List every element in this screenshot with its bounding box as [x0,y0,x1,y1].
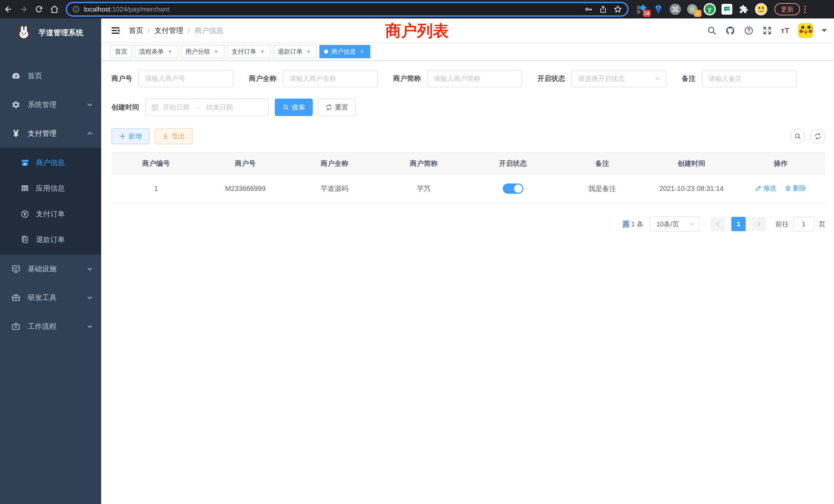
fullscreen-icon[interactable] [762,26,772,36]
extension-command-icon[interactable] [670,4,681,15]
merchant-no-input[interactable] [138,70,234,87]
extension-blue-diamond-icon[interactable]: 10 [636,4,647,15]
extension-chat-icon[interactable] [722,4,732,15]
toolbox-icon [11,293,21,302]
col-merchant-no: 商户号 [201,153,290,174]
site-info-icon[interactable] [72,5,80,13]
prev-page-button[interactable] [711,217,725,231]
share-icon[interactable] [599,5,607,13]
breadcrumb-payment[interactable]: 支付管理 [155,26,183,36]
app-window: 芋道管理系统 首页 系统管理 ¥ 支付管理 [0,19,834,504]
sidebar-item-dev-tools[interactable]: 研发工具 [0,283,101,312]
browser-menu-icon[interactable] [804,6,806,13]
status-select[interactable]: 请选择开启状态 [571,70,666,87]
sidebar-item-payment[interactable]: ¥ 支付管理 [0,119,101,148]
sidebar-item-system[interactable]: 系统管理 [0,90,101,119]
close-icon[interactable]: × [167,48,174,55]
show-search-toggle-button[interactable] [790,129,805,144]
short-name-label: 商户简称 [393,74,421,83]
tab-home[interactable]: 首页 [110,45,132,58]
documents-icon [21,235,29,244]
sidebar-item-refund-order[interactable]: 退款订单 [0,227,101,253]
sidebar-item-merchant-info[interactable]: 商户信息 [0,150,101,176]
export-button[interactable]: 导出 [155,128,193,144]
extensions-strip: 10 1 y [636,3,767,16]
github-icon[interactable] [725,26,735,36]
search-icon[interactable] [707,26,717,36]
address-bar[interactable]: localhost:1024/pay/merchant [66,2,629,17]
sidebar-item-label: 首页 [28,71,93,81]
tags-view: 首页 流程表单× 用户分组× 支付订单× 退款订单× 商户信息× [101,43,834,61]
close-icon[interactable]: × [213,48,220,55]
full-name-input[interactable] [283,70,378,87]
help-icon[interactable] [744,26,754,36]
search-icon [282,104,289,111]
sidebar-item-infrastructure[interactable]: 基础设施 [0,255,101,283]
remark-input[interactable] [702,70,797,87]
profile-avatar-icon[interactable] [755,3,767,16]
delete-button[interactable]: 删除 [785,184,806,193]
password-key-icon[interactable] [584,5,593,14]
chevron-down-icon [87,295,93,301]
edit-button[interactable]: 修改 [755,184,776,193]
sidebar: 芋道管理系统 首页 系统管理 ¥ 支付管理 [0,19,101,504]
close-icon[interactable]: × [259,48,266,55]
sidebar-item-label: 支付管理 [28,129,87,138]
sidebar-item-label: 应用信息 [36,183,65,193]
tab-pay-order[interactable]: 支付订单× [227,45,271,58]
cell-full-name: 芋道源码 [290,174,379,203]
logo-rabbit-icon [16,24,32,41]
bookmark-star-icon[interactable] [613,5,622,14]
sidebar-item-pay-order[interactable]: 支付订单 [0,201,101,227]
app-logo[interactable]: 芋道管理系统 [0,19,101,47]
download-icon [162,133,169,140]
extensions-puzzle-icon[interactable] [738,4,749,15]
sidebar-item-label: 支付订单 [36,209,65,219]
goto-suffix: 页 [818,220,825,229]
next-page-button[interactable] [752,217,766,231]
tab-user-group[interactable]: 用户分组× [181,45,224,58]
table-header-row: 商户编号 商户号 商户全称 商户简称 开启状态 备注 创建时间 操作 [111,153,825,174]
browser-back-icon[interactable] [1,2,16,17]
chevron-down-icon [87,266,93,272]
sidebar-item-home[interactable]: 首页 [0,62,101,90]
tab-merchant-info[interactable]: 商户信息× [320,45,370,58]
url-text: localhost:1024/pay/merchant [84,5,578,13]
add-button[interactable]: 新增 [111,128,150,144]
refresh-table-button[interactable] [810,129,825,144]
page-number-button[interactable]: 1 [731,217,746,231]
user-avatar[interactable] [798,23,813,38]
goto-page-input[interactable] [793,216,814,231]
status-toggle[interactable] [503,183,523,194]
font-size-icon[interactable]: тT [781,26,789,35]
short-name-input[interactable] [427,70,522,87]
close-icon[interactable]: × [358,48,366,55]
breadcrumb-home[interactable]: 首页 [129,26,143,36]
tab-refund-order[interactable]: 退款订单× [273,45,317,58]
full-name-label: 商户全称 [249,74,277,83]
tab-process-form[interactable]: 流程表单× [135,45,178,58]
extension-recorder-icon[interactable]: 1 [687,4,698,15]
browser-reload-icon[interactable] [32,2,46,17]
close-icon[interactable]: × [305,48,312,55]
search-button[interactable]: 搜索 [275,98,313,116]
page-size-select[interactable]: 10条/页 [650,216,699,231]
col-merchant-id: 商户编号 [111,153,201,174]
browser-toolbar: localhost:1024/pay/merchant 10 1 y [0,0,834,19]
grid-table-icon [21,184,29,193]
sidebar-fold-icon[interactable] [110,25,121,36]
end-date-placeholder: 结束日期 [206,103,233,112]
extension-gem-icon[interactable] [653,4,664,15]
user-menu-caret-icon[interactable] [822,29,827,35]
sidebar-item-workflow[interactable]: 工作流程 [0,312,101,341]
sidebar-item-app-info[interactable]: 应用信息 [0,176,101,201]
reset-button[interactable]: 重置 [318,98,356,116]
sidebar-item-label: 基础设施 [28,264,87,274]
breadcrumb-separator: / [188,26,190,35]
breadcrumb: 首页 / 支付管理 / 商户信息 [129,26,223,36]
extension-y-icon[interactable]: y [704,3,716,16]
browser-forward-icon[interactable] [17,2,31,17]
create-time-range-picker[interactable]: 开始日期 - 结束日期 [145,98,269,116]
browser-home-icon[interactable] [47,2,62,17]
browser-update-button[interactable]: 更新 [774,3,800,16]
